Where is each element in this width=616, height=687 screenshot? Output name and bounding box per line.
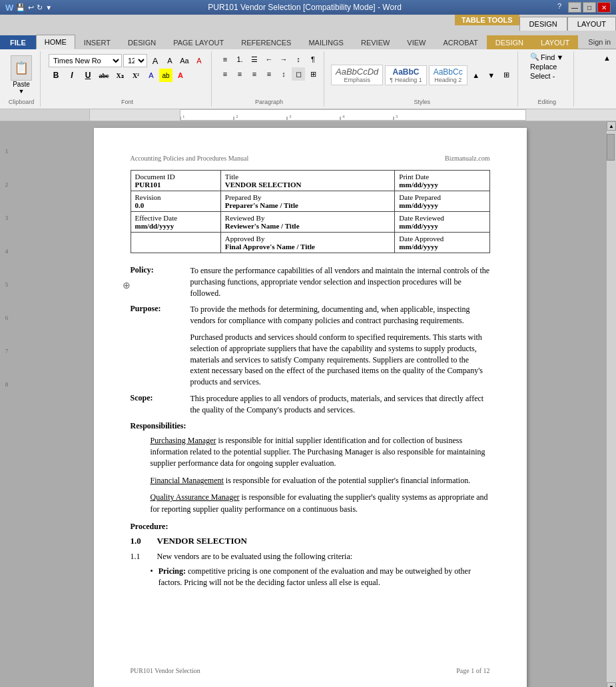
show-formatting-btn[interactable]: ¶ — [306, 53, 320, 66]
scroll-down-btn[interactable]: ▼ — [607, 682, 616, 687]
table-cell-empty[interactable] — [131, 233, 220, 253]
tab-table-design[interactable]: DESIGN — [487, 35, 532, 49]
tab-acrobat[interactable]: ACROBAT — [434, 35, 486, 49]
tab-references[interactable]: REFERENCES — [232, 35, 300, 49]
clear-format-btn[interactable]: A — [192, 54, 206, 67]
tab-page-layout[interactable]: PAGE LAYOUT — [164, 35, 232, 49]
decrease-indent-btn[interactable]: ← — [262, 53, 276, 66]
align-left-btn[interactable]: ≡ — [218, 67, 232, 81]
tab-view[interactable]: VIEW — [398, 35, 434, 49]
table-cell-date-prepared[interactable]: Date Prepared mm/dd/yyyy — [395, 191, 489, 212]
table-cell-doc-id[interactable]: Document ID PUR101 — [131, 171, 220, 191]
table-cell-date-reviewed[interactable]: Date Reviewed mm/dd/yyyy — [395, 212, 489, 233]
replace-btn[interactable]: Replace — [530, 63, 557, 71]
find-dropdown[interactable]: ▼ — [556, 53, 563, 61]
numbering-btn[interactable]: 1. — [233, 53, 246, 66]
tab-mailings[interactable]: MAILINGS — [300, 35, 352, 49]
align-center-btn[interactable]: ≡ — [233, 67, 246, 81]
font-grow-btn[interactable]: A — [149, 54, 162, 67]
redo-icon[interactable]: ↻ — [37, 3, 43, 12]
font-name-select[interactable]: Times New Ro — [49, 54, 122, 67]
tab-file[interactable]: FILE — [0, 35, 36, 49]
select-btn[interactable]: Select - — [530, 72, 555, 80]
styles-scroll-down[interactable]: ▼ — [485, 69, 498, 82]
superscript-btn[interactable]: X² — [129, 69, 143, 82]
bold-btn[interactable]: B — [49, 69, 63, 82]
multilevel-btn[interactable]: ☰ — [248, 53, 261, 66]
sign-in-link[interactable]: Sign in — [583, 35, 616, 49]
line-spacing-btn[interactable]: ↕ — [277, 67, 290, 81]
font-shrink-btn[interactable]: A — [163, 54, 176, 67]
minimize-btn[interactable]: — — [568, 2, 581, 13]
find-icon: 🔍 — [530, 53, 539, 61]
style-emphasis[interactable]: AaBbCcDd Emphasis — [331, 65, 383, 85]
scroll-track[interactable] — [607, 131, 616, 682]
purpose-section: Purpose: To provide the methods for dete… — [131, 304, 490, 388]
table-cell-prepared-by[interactable]: Prepared By Preparer's Name / Title — [220, 191, 395, 212]
table-cell-date-approved[interactable]: Date Approved mm/dd/yyyy — [395, 233, 489, 253]
highlight-btn[interactable]: ab — [159, 69, 172, 82]
table-design-tab[interactable]: DESIGN — [519, 17, 567, 31]
underline-btn[interactable]: U — [81, 69, 95, 82]
paste-button[interactable]: 📋 Paste ▼ — [7, 54, 36, 96]
tab-insert[interactable]: INSERT — [75, 35, 119, 49]
styles-content: AaBbCcDd Emphasis AaBbC ¶ Heading 1 AaBb… — [331, 53, 513, 97]
quality-assurance-link[interactable]: Quality Assurance Manager — [151, 492, 240, 502]
document-table[interactable]: Document ID PUR101 Title VENDOR SELECTIO… — [131, 170, 490, 253]
right-scrollbar[interactable]: ▲ ▼ — [607, 121, 616, 687]
svg-text:1: 1 — [182, 114, 185, 119]
table-layout-tab[interactable]: LAYOUT — [567, 17, 616, 31]
table-cell-print-date[interactable]: Print Date mm/dd/yyyy — [395, 171, 489, 191]
scroll-thumb[interactable] — [607, 134, 615, 161]
sort-btn[interactable]: ↕ — [292, 53, 305, 66]
style-heading2[interactable]: AaBbCc Heading 2 — [429, 65, 467, 85]
close-btn[interactable]: ✕ — [597, 2, 611, 13]
tab-design[interactable]: DESIGN — [119, 35, 164, 49]
italic-btn[interactable]: I — [65, 69, 79, 82]
strikethrough-btn[interactable]: abc — [97, 69, 111, 82]
window-controls[interactable]: ? — □ ✕ — [557, 2, 611, 13]
scroll-up-btn[interactable]: ▲ — [607, 121, 616, 131]
table-cell-title[interactable]: Title VENDOR SELECTION — [220, 171, 395, 191]
font-size-select[interactable]: 12 — [123, 54, 147, 67]
item-1-1: 1.1 New vendors are to be evaluated usin… — [131, 552, 490, 562]
increase-indent-btn[interactable]: → — [277, 53, 290, 66]
table-cell-effective-date[interactable]: Effective Date mm/dd/yyyy — [131, 212, 220, 233]
purchasing-manager-link[interactable]: Purchasing Manager — [151, 436, 216, 445]
quick-save-icon[interactable]: 💾 — [16, 3, 25, 12]
document-header: Accounting Policies and Procedures Manua… — [131, 155, 490, 162]
policy-section: Policy: To ensure the performance capabi… — [131, 265, 490, 299]
style-heading1[interactable]: AaBbC ¶ Heading 1 — [385, 65, 426, 85]
financial-management-link[interactable]: Financial Management — [151, 476, 224, 485]
collapse-ribbon-btn[interactable]: ▲ — [601, 51, 613, 107]
tab-table-layout[interactable]: LAYOUT — [532, 35, 578, 49]
find-btn[interactable]: 🔍 Find ▼ — [530, 53, 563, 61]
justify-btn[interactable]: ≡ — [262, 67, 276, 81]
table-cell-reviewed-by[interactable]: Reviewed By Reviewer's Name / Title — [220, 212, 395, 233]
font-color-btn[interactable]: A — [174, 69, 187, 82]
table-cell-revision[interactable]: Revision 0.0 — [131, 191, 220, 212]
document-page[interactable]: ⊕ Accounting Policies and Procedures Man… — [94, 128, 527, 687]
styles-scroll-up[interactable]: ▲ — [469, 69, 483, 82]
chevron-up-icon: ▲ — [603, 54, 611, 62]
align-right-btn[interactable]: ≡ — [248, 67, 261, 81]
undo-icon[interactable]: ↩ — [28, 3, 34, 12]
borders-btn[interactable]: ⊞ — [306, 67, 320, 81]
restore-btn[interactable]: □ — [583, 2, 596, 13]
font-label: Font — [121, 97, 133, 105]
help-btn[interactable]: ? — [557, 2, 561, 13]
proc-title: VENDOR SELECTION — [157, 536, 247, 546]
document-scroll[interactable]: ⊕ Accounting Policies and Procedures Man… — [13, 121, 607, 687]
font-row-1: Times New Ro 12 A A Aa A — [49, 54, 206, 67]
table-cell-approved-by[interactable]: Approved By Final Approve's Name / Title — [220, 233, 395, 253]
tab-home[interactable]: HOME — [36, 35, 75, 49]
shading-btn[interactable]: ◻ — [292, 67, 305, 81]
table-add-handle[interactable]: ⊕ — [123, 280, 131, 291]
styles-expand[interactable]: ⊞ — [500, 69, 513, 82]
bullets-btn[interactable]: ≡ — [218, 53, 232, 66]
subscript-btn[interactable]: X₂ — [113, 69, 127, 82]
tab-review[interactable]: REVIEW — [352, 35, 398, 49]
customize-icon[interactable]: ▼ — [45, 4, 52, 11]
change-case-btn[interactable]: Aa — [178, 54, 191, 67]
text-effects-btn[interactable]: A — [145, 69, 158, 82]
